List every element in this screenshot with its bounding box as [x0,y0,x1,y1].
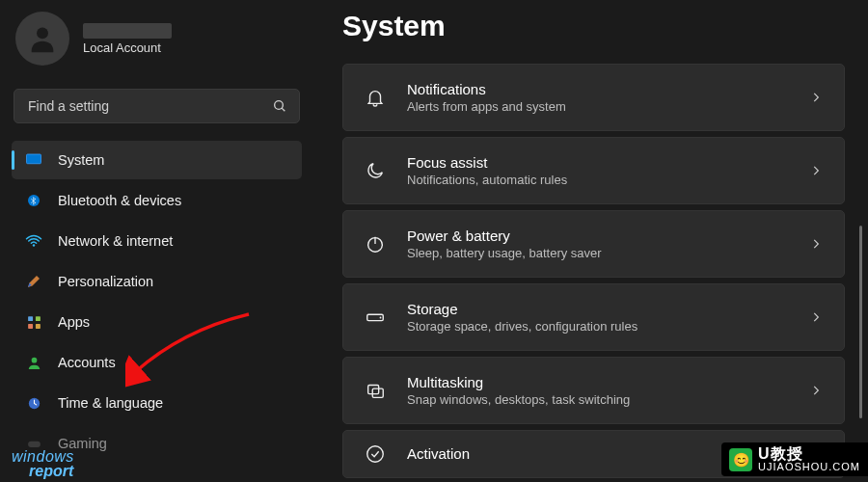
search-icon [272,98,287,114]
watermark-left: windows report [12,449,74,478]
svg-point-0 [37,27,48,39]
svg-line-2 [282,108,285,111]
watermark-badge-icon: 😊 [729,448,752,471]
panel-title: Storage [407,301,788,317]
nav-label: Apps [58,314,90,330]
display-icon [25,151,42,169]
nav-label: Personalization [58,274,153,289]
scrollbar-thumb[interactable] [859,226,862,418]
page-title: System [342,10,845,42]
paintbrush-icon [25,273,42,290]
bluetooth-icon [25,192,42,209]
panel-storage[interactable]: Storage Storage space, drives, configura… [342,283,845,351]
profile-subtitle: Local Account [83,40,172,55]
drive-icon [365,307,386,328]
sidebar-item-bluetooth[interactable]: Bluetooth & devices [12,181,302,220]
chevron-right-icon [809,384,823,397]
panel-desc: Sleep, battery usage, battery saver [407,246,788,260]
sidebar-item-apps[interactable]: Apps [12,303,302,341]
chevron-right-icon [809,237,823,251]
svg-point-6 [33,244,35,246]
profile-block[interactable]: Local Account [12,8,302,79]
moon-icon [365,160,386,181]
power-icon [365,233,386,254]
search-input[interactable]: Find a setting [14,89,300,123]
panel-notifications[interactable]: Notifications Alerts from apps and syste… [342,64,845,131]
svg-point-20 [367,446,384,463]
avatar [15,12,69,66]
svg-rect-19 [372,388,383,397]
clock-globe-icon [25,394,42,412]
nav-label: Network & internet [58,233,173,249]
nav-label: Accounts [58,355,116,370]
sidebar-item-time-language[interactable]: Time & language [12,384,302,422]
apps-icon [25,313,42,331]
person-icon [26,22,59,55]
panel-title: Multitasking [407,374,788,390]
multitasking-icon [365,380,386,401]
nav-label: System [58,152,104,168]
main-content: System Notifications Alerts from apps an… [313,0,868,482]
panel-desc: Alerts from apps and system [407,99,788,114]
profile-text: Local Account [83,23,172,55]
bell-icon [365,87,386,108]
panel-focus-assist[interactable]: Focus assist Notifications, automatic ru… [342,137,845,204]
svg-rect-8 [35,316,40,321]
sidebar-item-personalization[interactable]: Personalization [12,262,302,301]
svg-rect-13 [28,441,41,446]
checkmark-circle-icon [365,443,386,465]
wifi-icon [25,232,42,250]
svg-rect-7 [28,316,33,321]
panel-power-battery[interactable]: Power & battery Sleep, battery usage, ba… [342,210,845,278]
svg-rect-18 [368,386,379,394]
watermark-right: 😊 U教授 UJIAOSHOU.COM [721,442,868,476]
svg-point-11 [31,357,37,362]
svg-rect-10 [35,323,40,328]
panel-desc: Notifications, automatic rules [407,173,788,187]
panel-title: Notifications [407,81,788,97]
sidebar-item-network[interactable]: Network & internet [12,222,302,260]
profile-name-redacted [83,23,172,39]
svg-point-17 [380,317,382,319]
panel-desc: Storage space, drives, configuration rul… [407,319,788,334]
chevron-right-icon [809,164,823,177]
panel-title: Focus assist [407,154,788,171]
svg-point-1 [275,101,284,110]
chevron-right-icon [809,310,823,324]
nav-label: Bluetooth & devices [58,193,181,208]
panel-title: Power & battery [407,228,788,244]
sidebar-item-accounts[interactable]: Accounts [12,343,302,382]
nav-label: Time & language [58,395,163,411]
sidebar-item-system[interactable]: System [12,141,302,179]
svg-rect-9 [28,323,33,328]
accounts-icon [25,354,42,371]
panel-desc: Snap windows, desktops, task switching [407,392,788,407]
chevron-right-icon [809,91,823,104]
nav-list: System Bluetooth & devices Network & int… [12,141,302,463]
panel-multitasking[interactable]: Multitasking Snap windows, desktops, tas… [342,357,845,424]
svg-rect-3 [27,154,41,164]
search-placeholder: Find a setting [28,98,109,114]
panel-list: Notifications Alerts from apps and syste… [342,64,845,478]
sidebar: Local Account Find a setting System Blue… [0,0,313,482]
